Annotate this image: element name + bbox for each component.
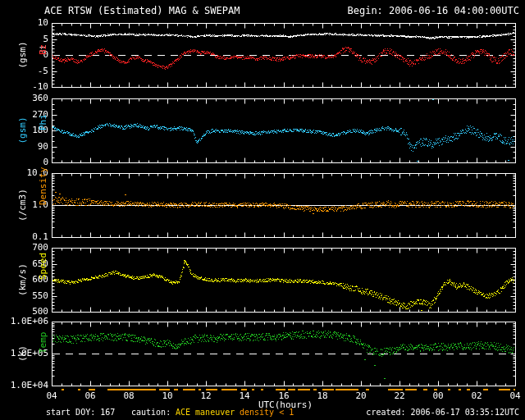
- x-tick-label: 18: [310, 390, 335, 401]
- plot-canvas: [0, 0, 525, 420]
- x-tick-label: 16: [272, 390, 296, 401]
- y-tick-label: 1.0E+06: [0, 317, 48, 326]
- x-tick-label: 06: [78, 390, 103, 401]
- panel-name-part: Speed: [38, 253, 48, 280]
- x-tick-label: 14: [232, 390, 257, 401]
- y-tick-label: 0: [0, 158, 48, 167]
- panel-name-part: Bz: [38, 44, 48, 55]
- panel-unit-label: (K): [17, 345, 28, 362]
- page-title: ACE RTSW (Estimated) MAG & SWEPAM: [44, 5, 240, 16]
- panel-name-part: Density: [38, 167, 48, 205]
- y-tick-label: 0.1: [0, 232, 48, 242]
- y-tick-label: 1.0E+04: [0, 381, 48, 390]
- x-tick-label: 02: [464, 390, 489, 401]
- x-tick-label: 08: [116, 390, 141, 401]
- x-tick-label: 04: [39, 390, 64, 401]
- caution-label: caution:: [131, 408, 171, 417]
- ace-rtsw-plot: ACE RTSW (Estimated) MAG & SWEPAM Begin:…: [0, 0, 525, 420]
- panel-unit-label: (gsm): [17, 41, 28, 68]
- x-tick-label: 12: [194, 390, 218, 401]
- y-tick-label: 360: [0, 94, 48, 103]
- y-tick-label: 700: [0, 243, 48, 253]
- x-tick-label: 10: [155, 390, 180, 401]
- created-timestamp: created: 2006-06-17 03:35:12UTC: [366, 408, 519, 417]
- x-tick-label: 20: [349, 390, 373, 401]
- x-tick-label: 04: [503, 390, 525, 401]
- begin-timestamp: Begin: 2006-06-16 04:00:00UTC: [347, 5, 519, 16]
- x-tick-label: 22: [387, 390, 412, 401]
- panel-unit-label: (km/s): [17, 263, 28, 296]
- caution-density-label: density < 1: [240, 408, 294, 417]
- caution-maneuver-label: ACE maneuver: [176, 408, 235, 417]
- panel-unit-label: (/cm3): [17, 189, 28, 221]
- panel-unit-label: (gsm): [17, 116, 28, 144]
- y-tick-label: 10: [0, 18, 48, 28]
- start-doy-label: start DOY: 167: [46, 408, 115, 417]
- panel-name-part: Temp: [38, 332, 48, 354]
- x-tick-label: 00: [426, 390, 450, 401]
- y-tick-label: -10: [0, 82, 48, 92]
- panel-name-part: Phi: [38, 114, 48, 130]
